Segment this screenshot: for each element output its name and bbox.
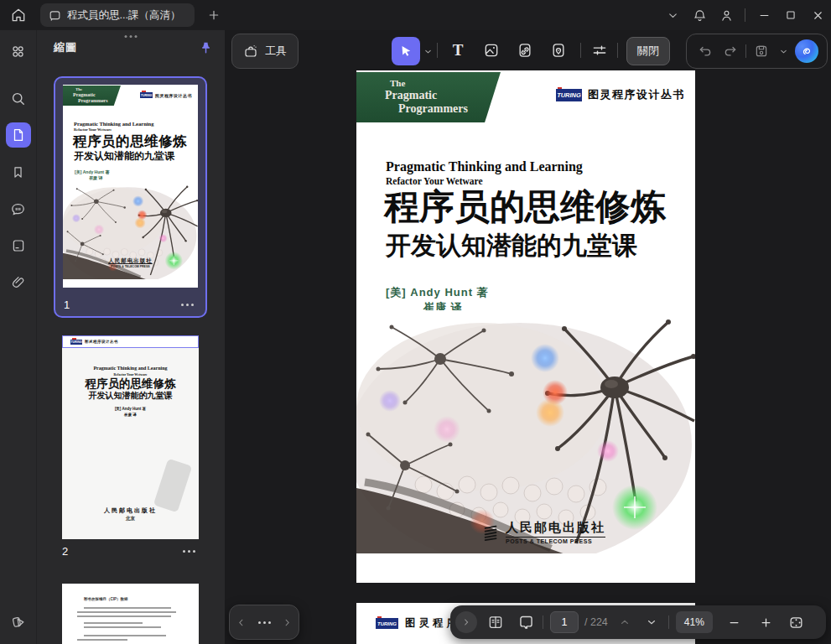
- book-subtitle-zh: 开发认知潜能的九堂课: [74, 149, 174, 164]
- new-tab-button[interactable]: [203, 4, 225, 26]
- thumbnails-panel-button[interactable]: [6, 122, 31, 148]
- thumbnail-page-2[interactable]: TURING 图灵程序设计丛书 Pragmatic Thinking and L…: [54, 335, 207, 570]
- page-number-input[interactable]: [550, 611, 579, 633]
- attachments-panel-button[interactable]: [6, 270, 31, 295]
- book-title-zh: 程序员的思维修炼: [73, 132, 187, 151]
- publisher-block: 人民邮电出版社 POSTS & TELECOM PRESS: [482, 520, 605, 544]
- bookmark-icon: [11, 165, 25, 179]
- minus-icon: [728, 616, 740, 629]
- redo-button[interactable]: [720, 41, 740, 61]
- undo-button[interactable]: [695, 41, 715, 61]
- toolbar-divider: [437, 43, 438, 58]
- zoom-out-button[interactable]: [725, 612, 745, 632]
- paperclip-icon: [11, 275, 26, 290]
- notes-panel-button[interactable]: [6, 233, 31, 258]
- nav-back-button[interactable]: [232, 609, 251, 636]
- thumbnail-3-preview: 图书在版编目（CIP）数据: [62, 584, 199, 644]
- presentation-mode-button[interactable]: [516, 612, 536, 632]
- next-page-button[interactable]: [641, 612, 662, 632]
- tools-menu-button[interactable]: 工具: [231, 34, 299, 69]
- publisher-city: 北京: [62, 516, 199, 522]
- save-button[interactable]: [751, 41, 771, 61]
- book-title-en: Pragmatic Thinking and Learning: [74, 121, 153, 127]
- book-spread-icon: [487, 614, 504, 631]
- close-document-button[interactable]: 關閉: [626, 37, 670, 65]
- text-tool-button[interactable]: T: [446, 39, 470, 62]
- toolbar-divider: [580, 43, 581, 58]
- presentation-icon: [517, 614, 535, 631]
- collapse-bar-button[interactable]: [455, 611, 477, 633]
- thumbnail-2-preview: TURING 图灵程序设计丛书 Pragmatic Thinking and L…: [62, 335, 199, 539]
- window-controls: [659, 0, 831, 30]
- thumbnail-1-more-button[interactable]: [178, 300, 197, 309]
- zoom-in-button[interactable]: [756, 612, 776, 632]
- publisher-name: 人民邮电出版社: [62, 506, 199, 515]
- book-subtitle-zh: 开发认知潜能的九堂课: [386, 229, 637, 263]
- minimize-button[interactable]: [750, 2, 777, 29]
- person-icon: [719, 8, 734, 23]
- thumbnail-page-1[interactable]: ThePragmaticProgrammers TURING 图灵程序设计丛书 …: [54, 76, 207, 318]
- link-card-tool-button[interactable]: [513, 39, 537, 62]
- book-translator: 崔康 译: [62, 413, 199, 417]
- previous-page-button[interactable]: [615, 612, 635, 632]
- series-title: 图灵程序设计丛书: [155, 93, 192, 98]
- cover-art: [356, 310, 695, 553]
- document-viewer: ThePragmaticProgrammers TURING 图灵程序设计丛书 …: [225, 30, 831, 644]
- maximize-button[interactable]: [777, 2, 804, 29]
- page-controls-bar: / 224 41%: [450, 605, 826, 639]
- select-tool-button[interactable]: [392, 37, 420, 65]
- bookmarks-panel-button[interactable]: [6, 159, 31, 184]
- close-window-button[interactable]: [804, 2, 831, 29]
- note-document-icon: [11, 238, 26, 253]
- zoom-level-button[interactable]: 41%: [676, 611, 713, 633]
- thumbnail-2-more-button[interactable]: [179, 547, 199, 556]
- nav-forward-button[interactable]: [278, 609, 297, 636]
- bar-divider: [543, 615, 543, 629]
- apps-grid-button[interactable]: [6, 39, 31, 64]
- main-toolbar: 工具 T 關閉: [225, 30, 831, 70]
- undo-icon: [698, 44, 713, 59]
- toolbar-divider: [617, 43, 618, 58]
- comments-panel-button[interactable]: [6, 196, 31, 221]
- window-menu-button[interactable]: [659, 2, 686, 29]
- link-card-icon: [517, 42, 533, 59]
- pin-icon: [199, 41, 213, 55]
- nav-more-button[interactable]: [255, 618, 274, 627]
- theme-button[interactable]: [6, 609, 31, 634]
- select-tool-dropdown[interactable]: [421, 44, 434, 58]
- home-button[interactable]: [7, 3, 30, 27]
- theme-cards-icon: [10, 613, 27, 630]
- document-tab[interactable]: 程式員的思...課（高清）: [40, 3, 195, 27]
- notifications-button[interactable]: [686, 2, 713, 29]
- ai-assistant-button[interactable]: [795, 39, 818, 63]
- group-divider: [745, 44, 746, 58]
- location-card-tool-button[interactable]: [547, 39, 570, 62]
- page-icon: [11, 127, 26, 143]
- library-stamp: [153, 459, 192, 512]
- search-panel-button[interactable]: [6, 86, 31, 111]
- titlebar: 程式員的思...課（高清）: [0, 0, 831, 30]
- thumbnail-1-preview: ThePragmaticProgrammers TURING 图灵程序设计丛书 …: [63, 85, 198, 288]
- cip-heading: 图书在版编目（CIP）数据: [84, 597, 128, 601]
- account-button[interactable]: [713, 2, 740, 29]
- left-rail: [0, 30, 37, 644]
- chevron-down-icon: [423, 47, 433, 56]
- reading-mode-button[interactable]: [486, 612, 506, 632]
- edit-actions-group: [686, 34, 828, 69]
- turing-logo: TURING: [376, 618, 398, 629]
- sliders-icon: [591, 42, 608, 59]
- book-author: [美] Andy Hunt 著: [75, 169, 109, 174]
- book-subtitle-en: Refactor Your Wetware: [386, 176, 483, 186]
- turing-logo: TURING: [140, 92, 153, 98]
- image-tool-button[interactable]: [480, 39, 503, 62]
- maximize-icon: [785, 9, 797, 21]
- properties-tool-button[interactable]: [588, 39, 611, 62]
- fit-to-page-button[interactable]: [787, 612, 807, 632]
- pin-sidebar-button[interactable]: [199, 41, 213, 55]
- save-options-dropdown[interactable]: [776, 41, 790, 61]
- book-title-zh: 程序员的思维修炼: [384, 186, 666, 228]
- image-icon: [483, 42, 500, 59]
- toolbox-icon: [243, 44, 258, 59]
- page-1[interactable]: ThePragmaticProgrammers TURING 图灵程序设计丛书 …: [356, 70, 695, 583]
- thumbnail-page-3[interactable]: 图书在版编目（CIP）数据: [54, 584, 207, 644]
